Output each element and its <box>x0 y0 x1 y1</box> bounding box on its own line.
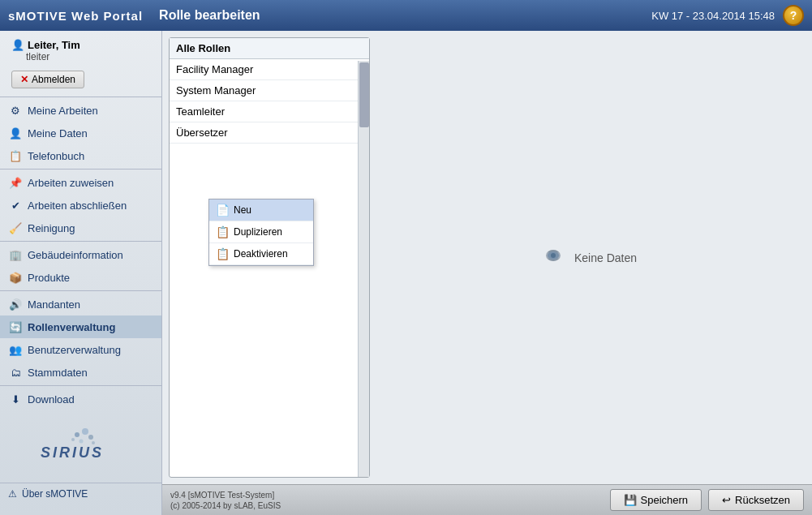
page-content: Alle Rollen Facility Manager System Mana… <box>162 31 812 484</box>
svg-point-4 <box>71 438 75 441</box>
warning-icon: ⚠ <box>8 488 17 500</box>
sidebar-divider-3 <box>0 290 161 291</box>
roles-list: Facility Manager System Manager Teamleit… <box>170 59 369 477</box>
role-item-system[interactable]: System Manager <box>170 80 369 101</box>
sidebar-item-gebaeudeinformation[interactable]: 🏢 Gebäudeinformation <box>0 243 161 266</box>
svg-text:SIRIUS: SIRIUS <box>41 444 104 461</box>
role-item-ueber[interactable]: Übersetzer <box>170 122 369 144</box>
save-icon: 💾 <box>624 494 637 506</box>
role-item-team[interactable]: Teamleiter <box>170 101 369 122</box>
user-name: 👤 Leiter, Tim <box>11 39 153 51</box>
about-smotive-link[interactable]: ⚠ Über sMOTIVE <box>0 483 161 504</box>
check-icon: ✔ <box>8 198 23 212</box>
sidebar-item-benutzerverwaltung[interactable]: 👥 Benutzerverwaltung <box>0 338 161 361</box>
building-icon: 🏢 <box>8 247 23 262</box>
sidebar-divider-2 <box>0 241 161 242</box>
svg-point-2 <box>88 435 93 440</box>
ctx-menu-neu[interactable]: 📄 Neu <box>209 200 313 221</box>
clean-icon: 🧹 <box>8 221 23 235</box>
save-button[interactable]: 💾 Speichern <box>610 489 702 511</box>
ctx-menu-deaktivieren[interactable]: 📋 Deaktivieren <box>209 243 313 265</box>
copy-icon: 📋 <box>216 225 230 238</box>
roles-panel-title: Alle Rollen <box>170 38 369 59</box>
sidebar-item-produkte[interactable]: 📦 Produkte <box>0 266 161 289</box>
help-button[interactable]: ? <box>783 5 804 26</box>
reset-button[interactable]: ↩ Rücksetzen <box>708 489 804 511</box>
roles-panel: Alle Rollen Facility Manager System Mana… <box>169 37 370 478</box>
svg-point-3 <box>79 440 83 444</box>
benutzer-icon: 👥 <box>8 342 23 357</box>
stamm-icon: 🗂 <box>8 365 23 380</box>
sidebar-item-arbeiten-abschliessen[interactable]: ✔ Arbeiten abschließen <box>0 194 161 217</box>
context-menu: 📄 Neu 📋 Duplizieren 📋 Deaktivieren <box>208 199 314 266</box>
sidebar-item-meine-daten[interactable]: 👤 Meine Daten <box>0 122 161 144</box>
header-logo: sMOTIVE Web Portal <box>8 9 143 23</box>
sirius-logo-svg: SIRIUS <box>32 425 130 466</box>
main-layout: 👤 Leiter, Tim tleiter ✕ Abmelden ⚙ Meine… <box>0 31 812 515</box>
user-info: 👤 Leiter, Tim tleiter <box>0 34 161 66</box>
user-icon: 👤 <box>11 39 24 51</box>
deactivate-icon: 📋 <box>216 247 230 260</box>
right-panel: Keine Daten <box>376 37 806 478</box>
gear-icon: ⚙ <box>8 103 23 118</box>
footer-buttons: 💾 Speichern ↩ Rücksetzen <box>610 489 804 511</box>
sidebar-item-stammdaten[interactable]: 🗂 Stammdaten <box>0 361 161 384</box>
ctx-menu-duplizieren[interactable]: 📋 Duplizieren <box>209 221 313 243</box>
sidebar-item-arbeiten-zuweisen[interactable]: 📌 Arbeiten zuweisen <box>0 171 161 194</box>
no-data-svg <box>545 246 568 265</box>
sidebar-item-reinigung[interactable]: 🧹 Reinigung <box>0 217 161 239</box>
footer: v9.4 [sMOTIVE Test-System] (c) 2005-2014… <box>162 484 812 515</box>
roles-panel-scrollbar[interactable] <box>358 61 369 477</box>
page-title: Rolle bearbeiten <box>159 8 651 23</box>
sidebar-item-mandanten[interactable]: 🔊 Mandanten <box>0 293 161 315</box>
phone-icon: 📋 <box>8 148 23 163</box>
logout-x-icon: ✕ <box>20 74 28 85</box>
download-icon: ⬇ <box>8 392 23 406</box>
rollen-icon: 🔄 <box>8 320 23 334</box>
mandanten-icon: 🔊 <box>8 297 23 311</box>
header-datetime: KW 17 - 23.04.2014 15:48 <box>651 10 775 22</box>
sidebar-divider-1 <box>0 169 161 170</box>
role-item-facility[interactable]: Facility Manager <box>170 59 369 80</box>
reset-icon: ↩ <box>722 494 731 506</box>
sidebar-divider-top <box>0 97 161 97</box>
assign-icon: 📌 <box>8 175 23 190</box>
sidebar-item-download[interactable]: ⬇ Download <box>0 388 161 410</box>
products-icon: 📦 <box>8 270 23 285</box>
sidebar-item-telefonbuch[interactable]: 📋 Telefonbuch <box>0 144 161 167</box>
logout-button[interactable]: ✕ Abmelden <box>11 71 84 88</box>
sidebar-item-rollenverwaltung[interactable]: 🔄 Rollenverwaltung <box>0 315 161 338</box>
sirius-logo-area: SIRIUS <box>26 418 136 474</box>
new-doc-icon: 📄 <box>216 204 230 217</box>
person-icon: 👤 <box>8 126 23 140</box>
user-sub: tleiter <box>11 51 153 62</box>
header: sMOTIVE Web Portal Rolle bearbeiten KW 1… <box>0 0 812 31</box>
svg-point-1 <box>82 428 88 435</box>
sidebar-item-meine-arbeiten[interactable]: ⚙ Meine Arbeiten <box>0 99 161 122</box>
sidebar: 👤 Leiter, Tim tleiter ✕ Abmelden ⚙ Meine… <box>0 31 162 515</box>
scroll-thumb <box>359 62 369 127</box>
no-data-icon <box>545 246 568 270</box>
keine-daten-message: Keine Daten <box>545 246 637 270</box>
sidebar-divider-4 <box>0 385 161 386</box>
svg-point-0 <box>75 432 79 437</box>
content-area: Alle Rollen Facility Manager System Mana… <box>162 31 812 515</box>
svg-point-9 <box>551 253 556 258</box>
footer-version: v9.4 [sMOTIVE Test-System] (c) 2005-2014… <box>170 490 281 511</box>
